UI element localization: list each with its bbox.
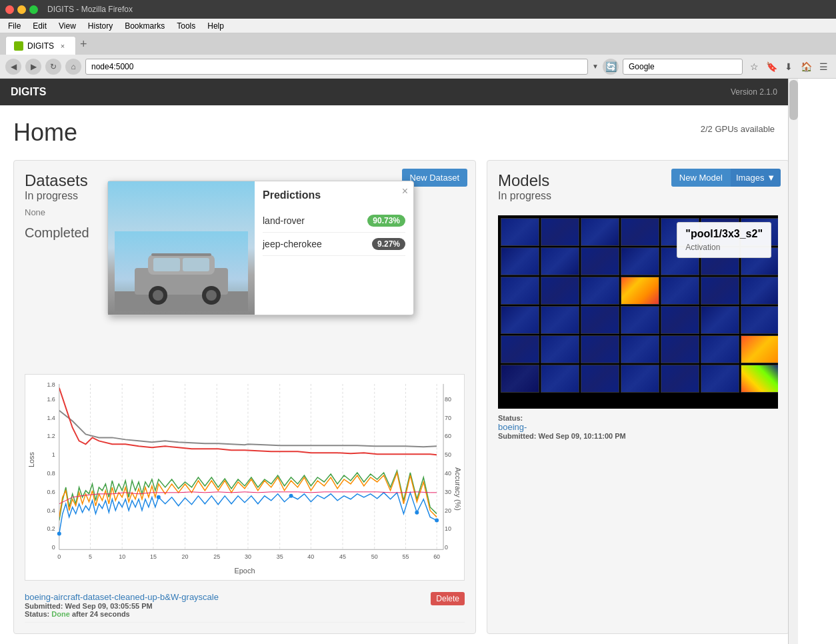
svg-text:20: 20 xyxy=(182,553,189,560)
back-button[interactable]: ◀ xyxy=(5,59,21,75)
reload-button[interactable]: ↻ xyxy=(45,59,61,75)
prediction-score-1: 90.73% xyxy=(367,215,405,227)
svg-point-65 xyxy=(289,494,293,498)
search-input[interactable] xyxy=(623,59,743,75)
activation-cell xyxy=(701,277,739,305)
activation-cell xyxy=(541,247,579,275)
models-panel: Models New Model Images ▼ In progress xyxy=(487,160,788,634)
activation-cell xyxy=(741,277,778,305)
scrollbar-track[interactable] xyxy=(788,79,798,644)
activation-cell xyxy=(501,365,539,393)
activation-cell xyxy=(661,335,699,363)
activation-tooltip: "pool1/3x3_s2" Activation xyxy=(677,222,771,258)
svg-text:1.2: 1.2 xyxy=(47,433,55,439)
svg-rect-11 xyxy=(151,253,211,256)
menu-bookmarks[interactable]: Bookmarks xyxy=(119,20,170,32)
activation-cell xyxy=(541,335,579,363)
maximize-window-button[interactable] xyxy=(29,5,38,14)
home-nav-icon[interactable]: 🏠 xyxy=(799,59,813,74)
activation-cell-rainbow xyxy=(741,365,778,393)
svg-text:80: 80 xyxy=(445,396,451,403)
activation-cell xyxy=(621,218,659,246)
model-link[interactable]: boeing- xyxy=(498,422,527,432)
address-bar[interactable] xyxy=(85,59,588,75)
svg-text:1.4: 1.4 xyxy=(47,415,55,421)
menu-history[interactable]: History xyxy=(83,20,118,32)
activation-cell xyxy=(701,365,739,393)
app-header: DIGITS Version 2.1.0 xyxy=(0,79,788,105)
svg-text:1.6: 1.6 xyxy=(47,396,55,403)
prediction-label-1: land-rover xyxy=(263,215,305,226)
svg-text:0.4: 0.4 xyxy=(47,507,55,514)
datasets-section: Datasets New Dataset In progress None Co… xyxy=(13,160,481,634)
svg-text:70: 70 xyxy=(445,415,451,421)
bookmark-star-icon[interactable]: ☆ xyxy=(747,59,761,74)
activation-cell xyxy=(541,365,579,393)
home-button[interactable]: ⌂ xyxy=(65,59,81,75)
browser-content-wrapper: DIGITS Version 2.1.0 Home 2/2 GPUs avail… xyxy=(0,79,798,644)
activation-cell xyxy=(661,365,699,393)
svg-text:60: 60 xyxy=(445,433,451,439)
delete-dataset-button[interactable]: Delete xyxy=(431,592,465,605)
menu-tools[interactable]: Tools xyxy=(171,20,201,32)
activation-cell xyxy=(541,306,579,334)
refresh-button[interactable]: 🔄 xyxy=(603,59,619,75)
activation-cell xyxy=(541,218,579,246)
activation-cell-warm xyxy=(741,335,778,363)
app-version: Version 2.1.0 xyxy=(731,87,777,97)
datasets-title: Datasets xyxy=(25,171,88,189)
new-tab-button[interactable]: + xyxy=(76,37,91,51)
menu-view[interactable]: View xyxy=(53,20,81,32)
tab-close-button[interactable]: × xyxy=(58,41,67,51)
close-window-button[interactable] xyxy=(5,5,14,14)
chart-container: Loss Accuracy (%) Epoch 0 0.2 0.4 0. xyxy=(25,374,465,583)
popup-close-button[interactable]: × xyxy=(402,185,408,197)
activation-cell xyxy=(501,247,539,275)
menu-icon[interactable]: ☰ xyxy=(816,59,831,74)
forward-button[interactable]: ▶ xyxy=(25,59,41,75)
tab-favicon xyxy=(14,41,23,51)
new-model-button[interactable]: New Model xyxy=(671,169,731,187)
activation-cell xyxy=(581,335,619,363)
svg-text:0: 0 xyxy=(52,544,55,551)
svg-text:15: 15 xyxy=(150,553,157,560)
browser-tabbar: DIGITS × + xyxy=(0,33,836,55)
download-icon[interactable]: ⬇ xyxy=(781,59,796,74)
window-controls xyxy=(5,5,38,14)
browser-tab-digits[interactable]: DIGITS × xyxy=(5,36,76,55)
prediction-row-1: land-rover 90.73% xyxy=(263,209,405,233)
activation-cell xyxy=(621,306,659,334)
model-status-text: Status: xyxy=(498,414,778,422)
svg-text:30: 30 xyxy=(245,553,251,560)
predictions-title: Predictions xyxy=(263,189,405,201)
activation-cell xyxy=(621,365,659,393)
prediction-image xyxy=(108,181,255,315)
model-type-dropdown[interactable]: Images ▼ xyxy=(731,169,781,187)
svg-text:30: 30 xyxy=(445,489,451,495)
address-dropdown-icon[interactable]: ▼ xyxy=(592,63,599,70)
menu-help[interactable]: Help xyxy=(202,20,229,32)
dataset-link[interactable]: boeing-aircraft-dataset-cleaned-up-b&W-g… xyxy=(25,592,219,602)
svg-text:0: 0 xyxy=(445,544,448,551)
svg-text:35: 35 xyxy=(277,553,283,560)
menu-file[interactable]: File xyxy=(3,20,26,32)
activation-cell-hot xyxy=(621,277,659,305)
minimize-window-button[interactable] xyxy=(17,5,26,14)
activation-cell xyxy=(581,218,619,246)
menu-edit[interactable]: Edit xyxy=(27,20,52,32)
page-title: Home xyxy=(13,119,77,147)
scrollbar-thumb[interactable] xyxy=(789,80,798,120)
new-model-button-area: New Model Images ▼ xyxy=(671,169,781,187)
activation-cell xyxy=(581,247,619,275)
svg-point-63 xyxy=(57,531,61,535)
activation-map-panel: "pool1/3x3_s2" Activation xyxy=(498,215,778,409)
prediction-row-2: jeep-cherokee 9.27% xyxy=(263,233,405,256)
prediction-score-2: 9.27% xyxy=(372,238,405,250)
svg-text:0.8: 0.8 xyxy=(47,470,55,477)
svg-text:Epoch: Epoch xyxy=(235,567,255,575)
bookmark-icon[interactable]: 🔖 xyxy=(764,59,779,74)
svg-point-66 xyxy=(415,511,419,515)
activation-tooltip-subtitle: Activation xyxy=(685,243,763,252)
browser-menubar: File Edit View History Bookmarks Tools H… xyxy=(0,19,836,33)
activation-cell xyxy=(501,277,539,305)
